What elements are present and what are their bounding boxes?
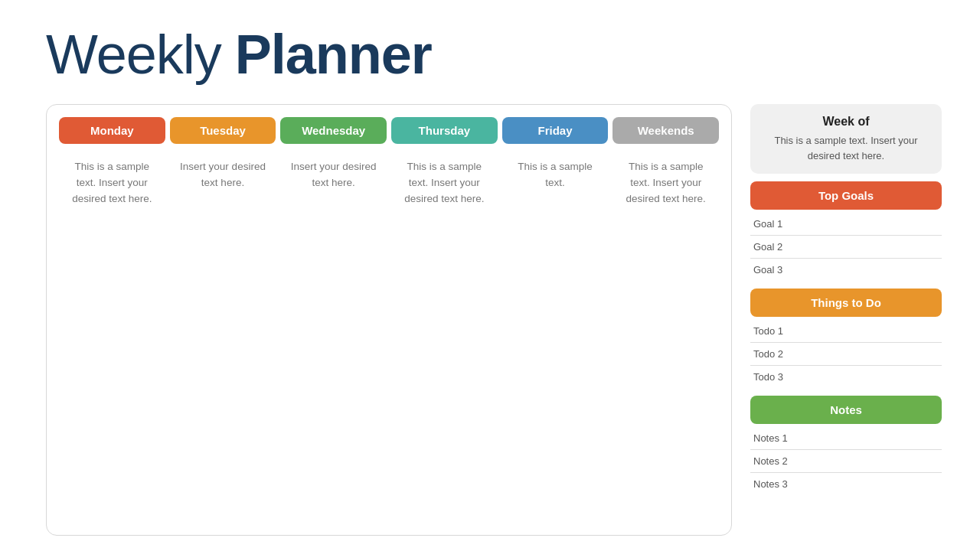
title-weekly: Weekly bbox=[46, 23, 221, 86]
sidebar: Week of This is a sample text. Insert yo… bbox=[750, 104, 942, 536]
list-item: Goal 3 bbox=[750, 259, 942, 281]
list-item: Goal 1 bbox=[750, 213, 942, 236]
top-goals-section: Top Goals Goal 1Goal 2Goal 3 bbox=[750, 181, 942, 281]
day-headers: MondayTuesdayWednesdayThursdayFridayWeek… bbox=[59, 117, 719, 144]
day-header-weekends: Weekends bbox=[612, 117, 719, 144]
list-item: Notes 3 bbox=[750, 473, 942, 495]
list-item: Notes 2 bbox=[750, 450, 942, 473]
day-cell-weekends: This is a sample text. Insert your desir… bbox=[612, 152, 719, 523]
day-header-wednesday: Wednesday bbox=[280, 117, 387, 144]
day-cell-tuesday: Insert your desired text here. bbox=[170, 152, 276, 523]
week-of-box: Week of This is a sample text. Insert yo… bbox=[750, 104, 942, 174]
list-item: Todo 1 bbox=[750, 320, 942, 343]
day-cell-wednesday: Insert your desired text here. bbox=[280, 152, 387, 523]
day-cell-friday: This is a sample text. bbox=[502, 152, 609, 523]
notes-section: Notes Notes 1Notes 2Notes 3 bbox=[750, 396, 942, 495]
title-area: Weekly Planner bbox=[46, 23, 942, 86]
day-header-tuesday: Tuesday bbox=[170, 117, 276, 144]
day-header-monday: Monday bbox=[59, 117, 165, 144]
list-item: Todo 3 bbox=[750, 366, 942, 388]
day-header-friday: Friday bbox=[502, 117, 609, 144]
list-item: Goal 2 bbox=[750, 236, 942, 259]
calendar-section: MondayTuesdayWednesdayThursdayFridayWeek… bbox=[46, 104, 732, 536]
main-layout: MondayTuesdayWednesdayThursdayFridayWeek… bbox=[46, 104, 942, 536]
things-todo-header: Things to Do bbox=[750, 289, 942, 317]
notes-header: Notes bbox=[750, 396, 942, 424]
day-cells: This is a sample text. Insert your desir… bbox=[59, 152, 719, 523]
things-todo-items: Todo 1Todo 2Todo 3 bbox=[750, 320, 942, 388]
top-goals-header: Top Goals bbox=[750, 181, 942, 210]
week-of-text: This is a sample text. Insert your desir… bbox=[763, 133, 929, 163]
day-cell-thursday: This is a sample text. Insert your desir… bbox=[391, 152, 498, 523]
top-goals-items: Goal 1Goal 2Goal 3 bbox=[750, 213, 942, 281]
day-cell-monday: This is a sample text. Insert your desir… bbox=[59, 152, 165, 523]
notes-items: Notes 1Notes 2Notes 3 bbox=[750, 427, 942, 495]
list-item: Todo 2 bbox=[750, 343, 942, 366]
list-item: Notes 1 bbox=[750, 427, 942, 450]
week-of-title: Week of bbox=[763, 115, 929, 129]
things-todo-section: Things to Do Todo 1Todo 2Todo 3 bbox=[750, 289, 942, 388]
title-planner: Planner bbox=[235, 23, 432, 86]
day-header-thursday: Thursday bbox=[391, 117, 498, 144]
